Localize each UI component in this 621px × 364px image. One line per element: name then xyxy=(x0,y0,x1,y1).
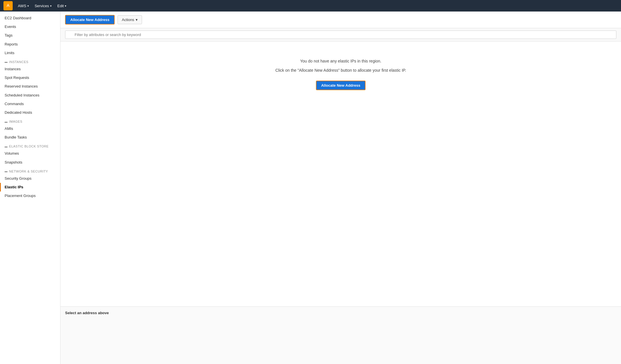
instances-collapse-icon[interactable]: ▬ xyxy=(5,60,8,63)
aws-logo[interactable] xyxy=(3,1,13,10)
content-area: Allocate New Address Actions ▾ 🔍 You do … xyxy=(60,12,621,364)
bottom-panel-title: Select an address above xyxy=(65,311,616,315)
sidebar-item-scheduled-instances[interactable]: Scheduled Instances xyxy=(0,91,60,100)
search-input[interactable] xyxy=(65,31,616,39)
ebs-collapse-icon[interactable]: ▬ xyxy=(5,145,8,148)
empty-state-line2: Click on the "Allocate New Address" butt… xyxy=(275,68,406,73)
services-caret-icon: ▾ xyxy=(50,4,52,7)
sidebar-item-snapshots[interactable]: Snapshots xyxy=(0,158,60,167)
sidebar-item-placement-groups[interactable]: Placement Groups xyxy=(0,192,60,200)
toolbar: Allocate New Address Actions ▾ xyxy=(60,12,621,28)
sidebar-item-instances[interactable]: Instances xyxy=(0,65,60,73)
sidebar-item-elastic-ips[interactable]: Elastic IPs xyxy=(0,183,60,192)
bottom-panel: Select an address above xyxy=(60,306,621,364)
allocate-new-address-center-button[interactable]: Allocate New Address xyxy=(316,81,366,90)
sidebar-section-network: ▬ NETWORK & SECURITY xyxy=(0,167,60,174)
search-wrapper: 🔍 xyxy=(65,31,616,39)
images-collapse-icon[interactable]: ▬ xyxy=(5,120,8,123)
empty-state: You do not have any elastic IPs in this … xyxy=(60,41,621,306)
actions-button[interactable]: Actions ▾ xyxy=(118,15,142,24)
sidebar-item-reserved-instances[interactable]: Reserved Instances xyxy=(0,82,60,91)
sidebar-item-security-groups[interactable]: Security Groups xyxy=(0,174,60,183)
empty-state-line1: You do not have any elastic IPs in this … xyxy=(300,59,381,63)
sidebar-item-events[interactable]: Events xyxy=(0,22,60,31)
main-layout: EC2 Dashboard Events Tags Reports Limits… xyxy=(0,12,621,364)
actions-caret-icon: ▾ xyxy=(136,18,138,22)
sidebar-item-ec2dashboard[interactable]: EC2 Dashboard xyxy=(0,14,60,22)
sidebar-item-volumes[interactable]: Volumes xyxy=(0,149,60,158)
sidebar-item-commands[interactable]: Commands xyxy=(0,100,60,108)
sidebar-item-amis[interactable]: AMIs xyxy=(0,124,60,133)
sidebar-item-spot-requests[interactable]: Spot Requests xyxy=(0,73,60,82)
aws-caret-icon: ▾ xyxy=(27,4,29,7)
sidebar-item-dedicated-hosts[interactable]: Dedicated Hosts xyxy=(0,108,60,117)
sidebar-item-reports[interactable]: Reports xyxy=(0,40,60,49)
sidebar: EC2 Dashboard Events Tags Reports Limits… xyxy=(0,12,60,364)
sidebar-section-instances: ▬ INSTANCES xyxy=(0,57,60,65)
nav-edit[interactable]: Edit ▾ xyxy=(54,0,69,12)
nav-services[interactable]: Services ▾ xyxy=(32,0,54,12)
edit-caret-icon: ▾ xyxy=(65,4,66,7)
top-navigation: AWS ▾ Services ▾ Edit ▾ xyxy=(0,0,621,12)
sidebar-item-bundle-tasks[interactable]: Bundle Tasks xyxy=(0,133,60,142)
sidebar-section-images: ▬ IMAGES xyxy=(0,117,60,124)
nav-aws[interactable]: AWS ▾ xyxy=(15,0,32,12)
sidebar-section-ebs: ▬ ELASTIC BLOCK STORE xyxy=(0,142,60,149)
allocate-new-address-button[interactable]: Allocate New Address xyxy=(65,15,115,24)
search-bar-container: 🔍 xyxy=(60,28,621,41)
sidebar-item-tags[interactable]: Tags xyxy=(0,31,60,40)
network-collapse-icon[interactable]: ▬ xyxy=(5,170,8,173)
sidebar-item-limits[interactable]: Limits xyxy=(0,49,60,57)
